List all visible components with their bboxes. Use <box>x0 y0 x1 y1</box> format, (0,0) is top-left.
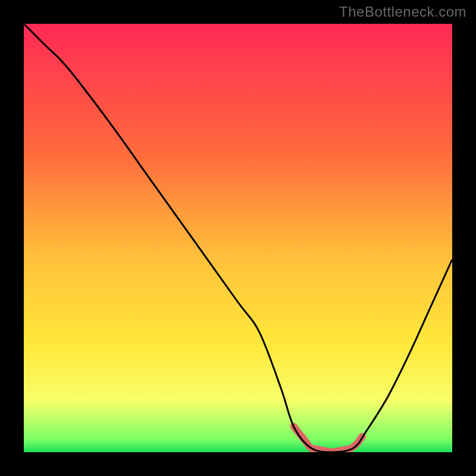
chart-svg <box>24 24 452 452</box>
watermark-label: TheBottleneck.com <box>339 4 466 20</box>
chart-frame: TheBottleneck.com <box>0 0 476 476</box>
plot-area <box>24 24 452 452</box>
gradient-rect <box>24 24 452 452</box>
